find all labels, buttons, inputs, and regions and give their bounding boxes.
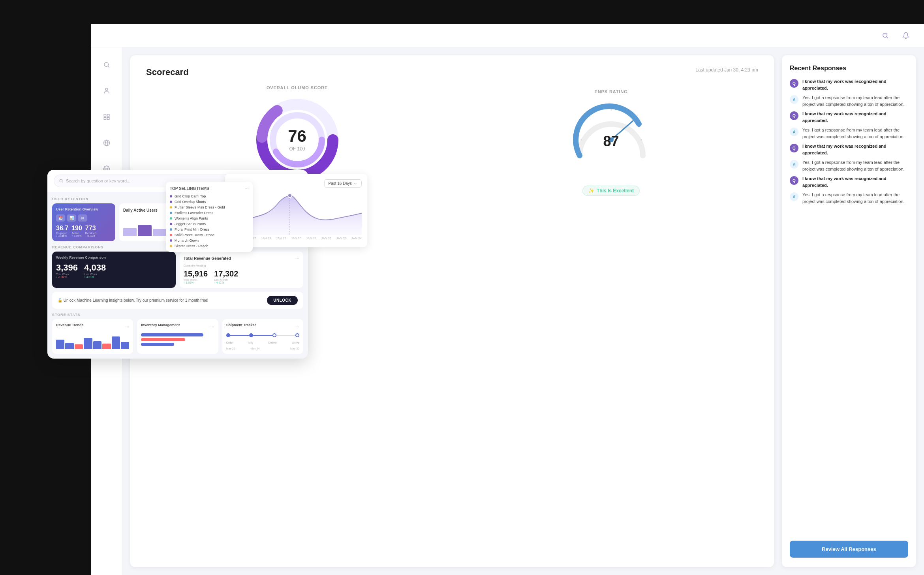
shipment-track: Order Mfg Deliver Arrive May 22 May 24 M… [226, 333, 299, 350]
dot-4 [170, 212, 172, 214]
scorecard-updated: Last updated Jan 30, 4:23 pm [695, 67, 758, 73]
this-month-val: 15,916 This Month ↑ 1.62% [184, 269, 208, 284]
top-selling-title: TOP SELLING ITEMS [170, 186, 209, 191]
weekly-values: 3,396 This Week ↓ -1.62% 4,038 Last Week… [56, 263, 172, 278]
shipment-tracker-card: Shipment Tracker ··· [222, 319, 303, 354]
response-list: Q I know that my work was recognized and… [790, 78, 908, 534]
list-item-4: Endless Lavender Dress [170, 211, 249, 215]
dot-deliver [272, 333, 276, 337]
this-month-sublabel: This Month [184, 278, 208, 281]
store-stats-row: Revenue Trends ··· [52, 319, 303, 354]
a-badge-4: A [790, 192, 798, 201]
recent-responses-panel: Recent Responses Q I know that my work w… [782, 55, 916, 567]
sidebar-item-globe[interactable] [100, 136, 114, 150]
list-item-9: Monarch Gown [170, 239, 249, 242]
last-month-val: 17,302 Last Month ↑ 4.01% [214, 269, 238, 284]
response-item-a4: A Yes, I got a respsonse from my team le… [790, 192, 908, 205]
revenue-trends-header: Revenue Trends ··· [56, 323, 129, 330]
q1-text: I know that my work was recognized and a… [802, 78, 908, 91]
this-week-change: ↓ -1.62% [56, 276, 78, 278]
response-item-a2: A Yes, I got a respsonse from my team le… [790, 127, 908, 140]
svg-line-1 [886, 37, 888, 38]
label-deliver: Deliver [268, 341, 277, 344]
revenue-trends-chart [56, 333, 129, 349]
seg-3 [276, 335, 295, 336]
retention-card-title: User Retention Overview [56, 207, 111, 211]
this-week-label: This Week [56, 273, 78, 276]
period-select[interactable]: Past 16 Days [324, 179, 362, 188]
dot-mfg [249, 333, 253, 337]
calendar-icon: 📅 [56, 214, 65, 222]
unlock-button[interactable]: UNLOCK [267, 296, 298, 305]
retention-overview-card: User Retention Overview 📅 📊 ⊞ 36.7 Engag… [52, 203, 115, 241]
total-revenue-more[interactable]: ··· [295, 256, 299, 261]
weekly-title: Weekly Revenue Comparison [56, 256, 172, 259]
svg-rect-10 [107, 118, 109, 120]
date-jan23: JAN 23 [336, 237, 347, 240]
top-selling-panel: TOP SELLING ITEMS ··· Grid Crop Cami Top… [166, 182, 253, 252]
sidebar-item-users[interactable] [100, 84, 114, 98]
shipment-progress [226, 333, 299, 337]
search-icon[interactable] [879, 29, 892, 42]
shipment-header: Shipment Tracker ··· [226, 323, 299, 330]
chart-icon: 📊 [67, 214, 76, 222]
store-stats-section: STORE STATS Revenue Trends ··· [52, 313, 303, 354]
this-month-change: ↑ 1.62% [184, 281, 208, 284]
dot-9 [170, 239, 172, 242]
inventory-title: Inventory Management [141, 323, 180, 327]
svg-point-25 [60, 179, 62, 182]
inventory-more[interactable]: ··· [210, 324, 214, 329]
svg-point-4 [104, 62, 109, 67]
svg-line-5 [108, 66, 109, 67]
this-month-num: 15,916 [184, 269, 208, 278]
inv-bar-3 [141, 343, 174, 346]
q-badge-3: Q [790, 144, 798, 152]
unlock-bar: 🔓 Unlock Machine Learning insights below… [52, 292, 303, 309]
retention-stat-retained: 773 Retained ↑ 0.34% [85, 225, 96, 237]
stat-change-engaged: ↓ -3.46% [56, 235, 68, 237]
sidebar-item-search[interactable] [100, 58, 114, 72]
dot-8 [170, 234, 172, 236]
q-badge-4: Q [790, 176, 798, 185]
dot-arrive [295, 333, 299, 337]
total-revenue-title: Total Revenue Generated [184, 256, 231, 261]
dot-10 [170, 245, 172, 247]
date-order: May 22 [226, 347, 235, 350]
unlock-text: 🔓 Unlock Machine Learning insights below… [58, 298, 263, 303]
svg-point-0 [883, 33, 887, 38]
svg-rect-7 [104, 114, 106, 116]
top-selling-header: TOP SELLING ITEMS ··· [170, 186, 249, 191]
list-item-10: Skater Dress - Peach [170, 244, 249, 248]
response-item-q3: Q I know that my work was recognized and… [790, 143, 908, 156]
donut-number: 76 [288, 128, 306, 145]
revenue-trends-card: Revenue Trends ··· [52, 319, 133, 354]
inventory-header: Inventory Management ··· [141, 323, 214, 330]
rev-bar-1 [56, 340, 64, 349]
shipment-labels: Order Mfg Deliver Arrive [226, 341, 299, 344]
inv-bar-2 [141, 338, 185, 341]
rev-bar-6 [102, 344, 111, 349]
seg-1 [230, 335, 249, 336]
sidebar-item-grid[interactable] [100, 110, 114, 124]
stat-value-active: 190 [71, 225, 82, 232]
enps-label: ENPS RATING [594, 89, 627, 94]
date-jan22: JAN 22 [321, 237, 331, 240]
total-revenue-header: Total Revenue Generated ··· [184, 256, 299, 261]
revenue-trends-more[interactable]: ··· [125, 324, 129, 329]
donut-center: 76 OF 100 [288, 128, 306, 152]
list-item-3: Flutter Sleeve Mini Dress - Gold [170, 205, 249, 209]
last-week-label: Last Week [84, 273, 106, 276]
dot-5 [170, 217, 172, 220]
rev-bar-7 [112, 336, 120, 349]
rev-bar-8 [121, 342, 129, 349]
inventory-management-card: Inventory Management ··· [137, 319, 218, 354]
review-all-button[interactable]: Review All Responses [790, 541, 908, 558]
shipment-more[interactable]: ··· [295, 324, 299, 329]
stat-label-retained: Retained [85, 232, 96, 235]
a-badge-3: A [790, 160, 798, 169]
stat-label-active: Active [71, 232, 82, 235]
retention-stat-engaged: 36.7 Engaged ↓ -3.46% [56, 225, 68, 237]
bell-icon[interactable] [900, 29, 912, 42]
top-selling-more[interactable]: ··· [245, 186, 249, 191]
label-mfg: Mfg [248, 341, 253, 344]
